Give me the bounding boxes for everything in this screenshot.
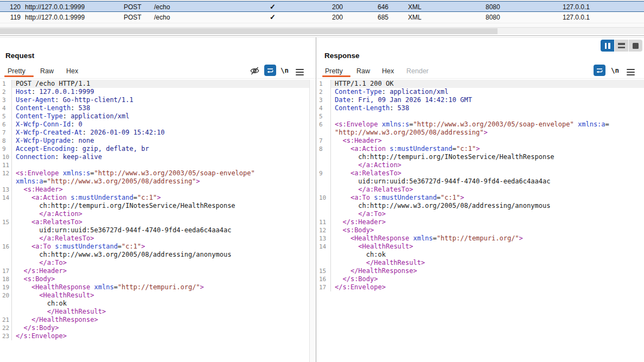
request-newline-toggle[interactable]: \n [280,66,289,74]
response-newline-toggle[interactable]: \n [611,66,619,74]
line-number [0,308,12,316]
line-number: 11 [0,161,12,169]
request-word-wrap-button[interactable] [264,65,276,76]
code-text: <HealthResult> [331,243,644,251]
editor-line: 21 </HealthResponse> [0,316,309,324]
line-number: 8 [317,145,331,153]
response-tab-render[interactable]: Render [406,65,429,77]
editor-line: 11 [0,161,309,169]
square-icon [633,43,639,49]
code-text: <a:Action s:mustUnderstand="c:1"> [12,194,309,202]
splitter-divider[interactable] [0,35,644,36]
response-menu-icon[interactable] [627,67,635,77]
response-editor[interactable]: 1HTTP/1.1 200 OK2Content-Type: applicati… [317,80,644,291]
cell-mime: XML [408,2,422,11]
code-text [12,161,309,169]
editor-line: </HealthResult> [0,308,309,316]
editor-line: 14 <HealthResult> [317,243,644,251]
editor-line: 6<s:Envelope xmlns:s="http://www.w3.org/… [317,120,644,129]
line-number [0,202,12,210]
code-text: <s:Header> [331,137,644,145]
request-editor[interactable]: 1POST /echo HTTP/1.12Host: 127.0.0.1:999… [0,80,309,340]
line-number: 17 [0,267,12,275]
editor-line: 6X-Wcfp-Conn-Id: 0 [0,120,309,129]
editor-line: 16 </s:Body> [317,275,644,283]
history-row[interactable]: 120http://127.0.0.1:9999POST/echo✓200646… [0,1,644,12]
code-text: X-Wcfp-Conn-Id: 0 [12,120,309,129]
stacked-rows-icon [618,41,625,50]
cell-method: POST [124,12,142,23]
code-text: ch:ok [12,300,309,308]
code-text: Content-Type: application/xml [12,112,309,120]
code-text: <a:To s:mustUnderstand="c:1"> [12,243,309,251]
editor-line: 15 <a:RelatesTo> [0,218,309,226]
line-number: 11 [317,218,331,226]
response-word-wrap-button[interactable] [594,65,605,76]
cell-ip: 127.0.0.1 [563,2,590,11]
cell-index: 120 [5,2,21,11]
proxy-history-view: 120http://127.0.0.1:9999POST/echo✓200646… [0,0,644,362]
http-history-table: 120http://127.0.0.1:9999POST/echo✓200646… [0,0,644,27]
line-number: 3 [0,96,12,104]
code-text: X-Wcfp-Created-At: 2026-01-09 15:42:10 [12,129,309,137]
code-text: </a:RelatesTo> [12,234,309,243]
code-text: Date: Fri, 09 Jan 2026 14:42:10 GMT [331,96,644,104]
response-tab-hex[interactable]: Hex [382,65,394,77]
response-tab-raw[interactable]: Raw [356,65,370,77]
editor-line: </a:Action> [317,161,644,169]
line-number [0,234,12,243]
code-text: Content-Length: 538 [12,104,309,112]
line-number: 18 [0,275,12,283]
cell-url: http://127.0.0.1:9999 [25,12,85,23]
code-text: Accept-Encoding: gzip, deflate, br [12,145,309,153]
editor-line: 10Connection: keep-alive [0,153,309,161]
request-tab-raw[interactable]: Raw [40,65,54,77]
eye-off-icon[interactable] [250,66,260,76]
request-tab-hex[interactable]: Hex [66,65,78,77]
word-wrap-icon [596,67,603,74]
editor-line: 22 </s:Body> [0,324,309,332]
code-text: uid:urn:uuid:5e36727d-944f-4740-9fd4-eed… [331,177,644,186]
code-text: ch:http://www.w3.org/2005/08/addressing/… [12,251,309,259]
line-number: 1 [317,80,331,88]
rows-layout-button[interactable] [615,40,628,52]
history-row[interactable]: 119http://127.0.0.1:9999POST/echo✓200685… [0,12,644,23]
code-text: HTTP/1.1 200 OK [331,80,644,88]
code-text: </s:Envelope> [12,332,309,340]
response-active-tab-indicator [322,75,350,77]
single-layout-button[interactable] [629,40,642,52]
editor-line: ch:http://www.w3.org/2005/08/addressing/… [317,202,644,210]
request-vertical-scrollbar[interactable] [309,80,316,362]
code-text: ch:ok [331,251,644,259]
code-text: </s:Header> [331,218,644,226]
editor-line: 4Content-Length: 538 [317,104,644,112]
line-number: 21 [0,316,12,324]
editor-line: xmlns:a="http://www.w3.org/2005/08/addre… [0,177,309,186]
response-tabbar-divider [317,78,644,79]
line-number [317,251,331,259]
cell-status: 200 [332,12,343,23]
editor-line: 3Date: Fri, 09 Jan 2026 14:42:10 GMT [317,96,644,104]
line-number [317,202,331,210]
request-menu-icon[interactable] [296,67,304,77]
cell-port: 8080 [486,2,500,11]
line-number: 2 [0,88,12,96]
editor-line: 13 <s:Header> [0,186,309,194]
code-text: <a:RelatesTo> [12,218,309,226]
request-response-splitter[interactable] [316,37,316,362]
checkmark-icon: ✓ [270,2,276,11]
line-number: 17 [317,283,331,291]
code-text: "http://www.w3.org/2005/08/addressing"> [331,129,644,137]
code-text: <s:Envelope xmlns:s="http://www.w3.org/2… [331,120,644,129]
line-number: 12 [0,169,12,177]
history-horizontal-scrollbar-thumb[interactable] [0,28,498,34]
history-horizontal-scrollbar[interactable] [0,27,644,34]
code-text [331,112,644,120]
columns-layout-button[interactable] [601,40,614,52]
editor-line: 12<s:Envelope xmlns:s="http://www.w3.org… [0,169,309,177]
line-number: 12 [317,226,331,234]
editor-line: 1HTTP/1.1 200 OK [317,80,644,88]
request-active-tab-indicator [4,75,34,77]
pause-bars-icon [605,43,610,49]
line-number [0,259,12,267]
